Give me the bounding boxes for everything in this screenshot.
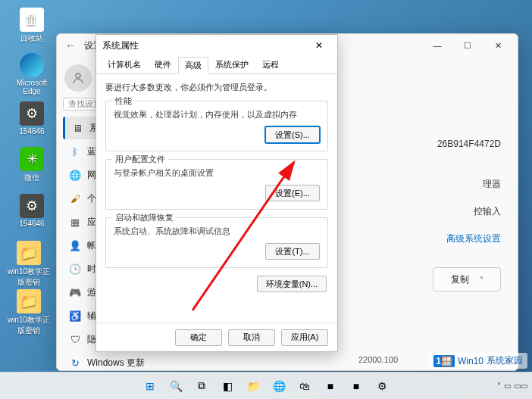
user-profile-settings-button[interactable]: 设置(E)... — [265, 185, 320, 201]
user-profile-desc: 与登录帐户相关的桌面设置 — [114, 167, 320, 179]
desktop-icon-label: win10教学正版密钥 — [6, 267, 52, 288]
nav-icon: 🕒 — [69, 263, 81, 275]
watermark: 1🪟 Win10 系统家园 — [429, 353, 527, 369]
desktop-icon-trash[interactable]: 🗑回收站 — [9, 8, 55, 44]
desktop-icon-label: 154646 — [19, 127, 44, 136]
desktop-icon-label: Microsoft Edge — [9, 79, 55, 95]
nav-label: Windows 更新 — [87, 357, 145, 369]
copy-label: 复制 — [451, 273, 469, 286]
system-properties-dialog: 系统属性 ✕ 计算机名硬件高级系统保护远程 要进行大多数更改，你必须作为管理员登… — [95, 34, 338, 352]
svg-point-0 — [76, 73, 80, 78]
startup-desc: 系统启动、系统故障和调试信息 — [114, 226, 320, 237]
desktop-icon-label: win10教学正版密钥 — [6, 315, 52, 336]
watermark-brand: Win10 — [458, 356, 483, 366]
watermark-logo: 1🪟 — [433, 355, 455, 367]
nav-icon: 🖌 — [69, 192, 81, 204]
nav-icon: 🌐 — [69, 169, 81, 181]
nav-icon: ♿ — [69, 310, 81, 322]
desktop-icon-gear[interactable]: ⚙154646 — [9, 101, 55, 136]
ok-button[interactable]: 确定 — [175, 329, 222, 346]
watermark-text: 系统家园 — [487, 354, 523, 367]
tab-计算机名[interactable]: 计算机名 — [101, 56, 148, 73]
store-icon[interactable]: 🛍 — [294, 376, 315, 397]
performance-desc: 视觉效果，处理器计划，内存使用，以及虚拟内存 — [114, 109, 320, 120]
sysprop-titlebar: 系统属性 ✕ — [96, 35, 337, 56]
tab-硬件[interactable]: 硬件 — [148, 56, 178, 73]
admin-note: 要进行大多数更改，你必须作为管理员登录。 — [105, 82, 328, 93]
tab-系统保护[interactable]: 系统保护 — [208, 56, 255, 73]
startup-settings-button[interactable]: 设置(T)... — [265, 243, 320, 260]
desktop-icon-label: 154646 — [19, 220, 44, 228]
advanced-system-settings-link[interactable]: 高级系统设置 — [446, 232, 501, 245]
copy-button[interactable]: 复制 ˄ — [433, 267, 501, 291]
tray-chevron-icon[interactable]: ˄ — [497, 382, 501, 390]
taskbar-center: ⊞ 🔍 ⧉ ◧ 📁 🌐 🛍 ■ ■ ⚙ — [139, 376, 393, 397]
desktop-icon-edge[interactable]: Microsoft Edge — [9, 53, 55, 95]
unknown-app-1-icon[interactable]: ■ — [320, 376, 341, 397]
desktop-icon-label: 回收站 — [20, 33, 43, 44]
nav-item-10[interactable]: ↻Windows 更新 — [63, 351, 171, 370]
user-profile-group: 用户配置文件 与登录帐户相关的桌面设置 设置(E)... — [105, 159, 328, 210]
tab-远程[interactable]: 远程 — [255, 56, 286, 73]
chevron-up-icon: ˄ — [480, 276, 483, 284]
apply-button[interactable]: 应用(A) — [281, 329, 328, 346]
edge-taskbar-icon[interactable]: 🌐 — [268, 376, 289, 397]
desktop-icon-wechat[interactable]: ✳微信 — [9, 147, 55, 183]
close-button[interactable]: ✕ — [483, 35, 513, 56]
build-number: 22000.100 — [358, 355, 398, 364]
sysprop-title: 系统属性 — [102, 39, 139, 52]
unknown-app-2-icon[interactable]: ■ — [346, 376, 367, 397]
gear-icon: ⚙ — [20, 194, 44, 218]
trash-icon: 🗑 — [20, 8, 44, 32]
cancel-button[interactable]: 取消 — [228, 329, 275, 346]
edge-icon — [20, 53, 44, 77]
device-id-fragment: 26B914F4472D — [437, 139, 501, 149]
nav-icon: ↻ — [69, 357, 81, 369]
nav-icon: 🛡 — [69, 333, 81, 345]
desktop-icon-folder[interactable]: 📁win10教学正版密钥 — [6, 241, 52, 288]
nav-icon: 🎮 — [69, 286, 81, 298]
nav-icon: 👤 — [69, 239, 81, 251]
nav-icon: ᛒ — [69, 145, 81, 157]
maximize-button[interactable]: ☐ — [452, 35, 483, 56]
environment-variables-button[interactable]: 环境变量(N)... — [257, 276, 327, 292]
search-taskbar-icon[interactable]: 🔍 — [165, 376, 186, 397]
performance-settings-button[interactable]: 设置(S)... — [265, 126, 320, 143]
ime-icon[interactable]: ▭ — [504, 382, 511, 390]
pen-label-fragment: 控输入 — [474, 205, 501, 218]
start-button[interactable]: ⊞ — [139, 376, 161, 397]
back-button[interactable]: ← — [61, 36, 80, 55]
explorer-icon[interactable]: 📁 — [243, 376, 264, 397]
folder-icon: 📁 — [17, 289, 41, 313]
performance-group: 性能 视觉效果，处理器计划，内存使用，以及虚拟内存 设置(S)... — [105, 101, 328, 151]
tab-高级[interactable]: 高级 — [178, 57, 208, 74]
user-profile-title: 用户配置文件 — [112, 154, 168, 165]
folder-icon: 📁 — [17, 241, 41, 265]
taskview-icon[interactable]: ⧉ — [191, 376, 212, 397]
sysprop-tabs: 计算机名硬件高级系统保护远程 — [96, 56, 337, 74]
wechat-icon: ✳ — [20, 147, 44, 171]
widgets-icon[interactable]: ◧ — [217, 376, 238, 397]
minimize-button[interactable]: ― — [422, 35, 452, 56]
nav-icon: ▦ — [69, 216, 81, 228]
startup-title: 启动和故障恢复 — [112, 212, 177, 223]
performance-title: 性能 — [112, 95, 135, 107]
cpu-label-fragment: 理器 — [483, 178, 501, 191]
clock[interactable]: ▭▭ — [514, 382, 527, 390]
settings-taskbar-icon[interactable]: ⚙ — [371, 376, 393, 397]
desktop-icon-gear[interactable]: ⚙154646 — [9, 194, 55, 228]
startup-group: 启动和故障恢复 系统启动、系统故障和调试信息 设置(T)... — [105, 217, 328, 268]
avatar — [64, 64, 92, 92]
taskbar: ⊞ 🔍 ⧉ ◧ 📁 🌐 🛍 ■ ■ ⚙ ˄ ▭ ▭▭ — [0, 372, 532, 399]
desktop-icon-label: 微信 — [24, 173, 39, 183]
sysprop-close-button[interactable]: ✕ — [307, 36, 331, 55]
gear-icon: ⚙ — [20, 101, 44, 126]
desktop-icon-folder[interactable]: 📁win10教学正版密钥 — [6, 289, 52, 336]
nav-icon: 🖥 — [71, 122, 83, 134]
